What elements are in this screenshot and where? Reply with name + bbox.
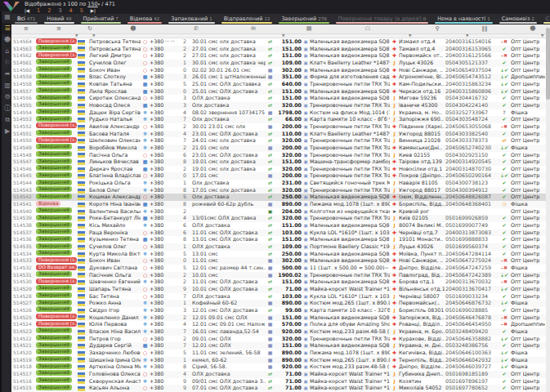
tracking-number[interactable]: 20450646476878 bbox=[445, 314, 498, 322]
tab-5[interactable]: Запакований1 bbox=[165, 14, 217, 24]
comments-column-icon[interactable]: ✉ bbox=[248, 25, 258, 32]
status-column-icon[interactable]: ≡ bbox=[54, 25, 64, 32]
tracking-number[interactable]: 20450654937504 bbox=[445, 67, 498, 74]
table-row[interactable]: 514531ЗавершенийПасічник Ольга○+380210.0… bbox=[11, 272, 550, 279]
table-row[interactable]: 514524Повернення (з..Юлія Первова❋+38041… bbox=[11, 321, 550, 328]
table-row[interactable]: 514556ЗавершенийСиротюк Олександр○+3803О… bbox=[11, 95, 550, 102]
tracking-number[interactable]: 20400313670032 bbox=[445, 278, 498, 286]
column-filter-caret-icon[interactable]: ▼ bbox=[75, 33, 78, 38]
column-filter-caret-icon[interactable]: ▼ bbox=[541, 33, 543, 38]
page-button-2[interactable]: 2 bbox=[47, 7, 51, 14]
table-row[interactable]: 514552Повернення (з..Авилов Александр○+3… bbox=[11, 123, 550, 131]
table-row[interactable]: 514537ЗавершенийРаца Вероніка○+380611.01… bbox=[11, 229, 550, 237]
tracking-number[interactable]: 20450647284114 bbox=[445, 251, 498, 258]
table-row[interactable]: 514557ЗавершенийЛила Ярослав▩+380025.01 … bbox=[11, 88, 550, 96]
tracking-number[interactable]: 20450647247259 bbox=[445, 265, 498, 272]
tracking-number[interactable]: 0501699926859 bbox=[445, 215, 498, 222]
tracking-number[interactable]: 0504300394912 bbox=[445, 187, 498, 194]
table-row[interactable]: 514541ВідмоваКоротя Ніна Іванівна▩+3808р… bbox=[11, 201, 550, 208]
tab-6[interactable]: Відправлений12 bbox=[218, 14, 276, 24]
tracking-number[interactable]: 20450647275924 bbox=[445, 257, 498, 265]
page-button-1[interactable]: 1 bbox=[37, 7, 40, 14]
tracking-number[interactable]: 20450652740230 bbox=[445, 145, 498, 152]
phone-column-icon[interactable]: ✆ bbox=[191, 25, 201, 32]
tracking-number[interactable]: 0503248386756 bbox=[445, 342, 498, 350]
table-row[interactable]: 514549ЗавершенийВоробйов Микола❋+380221.… bbox=[11, 145, 550, 152]
tracking-number[interactable]: 0501698185189 bbox=[445, 371, 498, 378]
table-row[interactable]: 514540ЗавершенийВалентина Васильє..❋+380… bbox=[11, 208, 550, 216]
tab-11[interactable]: Сервісні0 bbox=[540, 14, 550, 24]
tracking-number[interactable]: 20400313873083 bbox=[445, 229, 498, 237]
tracking-number[interactable]: 0501699033234 bbox=[445, 293, 498, 301]
products-column-icon[interactable]: ☖ bbox=[363, 25, 373, 32]
tab-7[interactable]: Завершений278 bbox=[275, 14, 332, 24]
scrollbar-thumb[interactable] bbox=[546, 28, 550, 100]
table-row[interactable]: 514545ЗавершенийБлагінна Владіслава○+380… bbox=[11, 172, 550, 180]
tracking-number[interactable]: 20450646100363 bbox=[445, 350, 498, 357]
tracking-number[interactable]: 20400313670417 bbox=[445, 286, 498, 293]
tracking-number[interactable]: 0503252733967 bbox=[445, 109, 498, 117]
tracking-number[interactable]: 0501699907749 bbox=[445, 222, 498, 229]
tracking-number[interactable]: 0501697896197 bbox=[445, 378, 498, 385]
tracking-number[interactable]: 0501699560374 bbox=[445, 243, 498, 251]
table-row[interactable]: 514534ЗавершенийКурта Микола Вікто..❋+38… bbox=[11, 251, 550, 258]
client-column-icon[interactable]: ☻ bbox=[128, 25, 138, 32]
table-row[interactable]: 514525Повернення (з..Кошеленко Данил❋+38… bbox=[11, 314, 550, 322]
refresh-column-icon[interactable]: ↻ bbox=[85, 25, 95, 32]
table-row[interactable]: 514521ЗавершенийДударев Сергій▩+380712.0… bbox=[11, 342, 550, 350]
table-row[interactable]: 514558ЗавершенийКовпак Татьяна▩+380525.0… bbox=[11, 81, 550, 88]
table-row[interactable]: 514523ЗавершенийВласюк Ніна Василі..❋+38… bbox=[11, 328, 550, 336]
tracking-number[interactable]: 20450646039727 bbox=[445, 363, 498, 371]
table-row[interactable]: 514533Повернення (з..Бокоч Иван○+380011.… bbox=[11, 257, 550, 265]
tracking-number[interactable]: 0503248409420 bbox=[445, 328, 498, 336]
manager-column-icon[interactable]: ☻ bbox=[528, 25, 538, 32]
table-row[interactable]: 514559ЗавершенийВлас Слоткоу▩+380326.01 … bbox=[11, 74, 550, 81]
tracking-column-icon[interactable]: ‖‖ bbox=[480, 25, 490, 32]
tab-3[interactable]: Прийнятий7 bbox=[78, 14, 124, 24]
table-row[interactable]: 514517ЗавершенийГоловінова Олексан..○+38… bbox=[11, 371, 550, 378]
tracking-number[interactable]: 0504304416732 bbox=[445, 95, 498, 102]
table-row[interactable]: 514539ЗавершенийРоке-Бетанкурт Лін..▩+38… bbox=[11, 215, 550, 222]
table-row[interactable]: 514551ЗавершенийБасова Наталя❋+380423.01… bbox=[11, 131, 550, 138]
tracking-number[interactable]: 20400314870730 bbox=[445, 166, 498, 173]
table-row[interactable]: 514561ЗавершенийСучилов Олег○+380130.01 … bbox=[11, 60, 550, 67]
tracking-number[interactable]: 0504303382540 bbox=[445, 131, 498, 138]
vertical-scrollbar[interactable] bbox=[546, 24, 550, 392]
table-row[interactable]: 514522ЗавершенийПетров Ігор○+380209.01 с… bbox=[11, 336, 550, 343]
column-filter-caret-icon[interactable]: ▼ bbox=[282, 33, 284, 38]
tracking-number[interactable]: 0504304224140 bbox=[445, 102, 498, 109]
table-row[interactable]: 514543ЗавершенийБелов Олег❋+380817.01 см… bbox=[11, 187, 550, 194]
tab-4[interactable]: Відмова42 bbox=[124, 14, 165, 24]
tracking-number[interactable]: 20400315860896 bbox=[445, 88, 498, 96]
table-row[interactable]: 514536ЗавершенийКузьменко Тетяна▩+380813… bbox=[11, 236, 550, 243]
tracking-number[interactable]: 20450650290164 bbox=[445, 172, 498, 180]
table-row[interactable]: 514547ЗавершенийЛиньков Вячеслав▩+380819… bbox=[11, 158, 550, 166]
page-button-5[interactable]: 5 bbox=[80, 7, 83, 14]
tracking-number[interactable]: 20450646358882 bbox=[445, 336, 498, 343]
table-row[interactable]: 514563ЗавершенийПетровська Тетяна○+38022… bbox=[11, 46, 550, 53]
tracking-number[interactable]: 0504305121337 bbox=[445, 60, 498, 67]
table-row[interactable]: 514538ЗавершенийКісь Михайло❋+3806ОЛХ до… bbox=[11, 222, 550, 229]
first-page-button[interactable]: |◀ bbox=[25, 8, 29, 13]
column-filter-caret-icon[interactable]: ▼ bbox=[409, 33, 411, 38]
last-page-button[interactable]: ▶| bbox=[91, 8, 96, 13]
tracking-number[interactable]: 20450646876732 bbox=[445, 300, 498, 307]
table-row[interactable]: 514519ЗавершенийШишкіна Ірина Олек..❋+38… bbox=[11, 357, 550, 364]
table-row[interactable]: 514550Повернення (з..Шелковин Олексан..❋… bbox=[11, 137, 550, 145]
tracking-number[interactable]: 20450648826087 bbox=[445, 194, 498, 201]
delivery-column-icon[interactable]: ⚲ bbox=[432, 25, 442, 32]
tracking-number[interactable]: 0501697780652 bbox=[445, 385, 498, 392]
tab-9[interactable]: Нема в наявності1 bbox=[432, 14, 496, 24]
table-row[interactable]: 514553ЗавершенийРудько Наталья❋+3807Олх … bbox=[11, 116, 550, 123]
tracking-number[interactable]: 20400314920545 bbox=[445, 158, 498, 166]
per-page-dropdown[interactable]: 150 bbox=[87, 1, 97, 7]
tracking-number[interactable]: 0504303548724 bbox=[445, 116, 498, 123]
payment-column-icon[interactable]: ▤ bbox=[304, 25, 314, 32]
table-row[interactable]: 514544ЗавершенийРокіцька Ольга❋+3801Олх … bbox=[11, 180, 550, 187]
app-logo-icon[interactable] bbox=[2, 0, 20, 11]
tab-10[interactable]: Самовивіз2 bbox=[496, 14, 540, 24]
table-row[interactable]: 514527ЗавершенийРожко Анна❋+3801Кофейный… bbox=[11, 300, 550, 307]
table-row[interactable]: 514515ЗавершенийКасьян Альона○+380907.01… bbox=[11, 385, 550, 392]
column-filter-caret-icon[interactable]: ▼ bbox=[92, 33, 95, 38]
table-row[interactable]: 514530Повернення (з..Шевченко Евгений❋+3… bbox=[11, 278, 550, 286]
